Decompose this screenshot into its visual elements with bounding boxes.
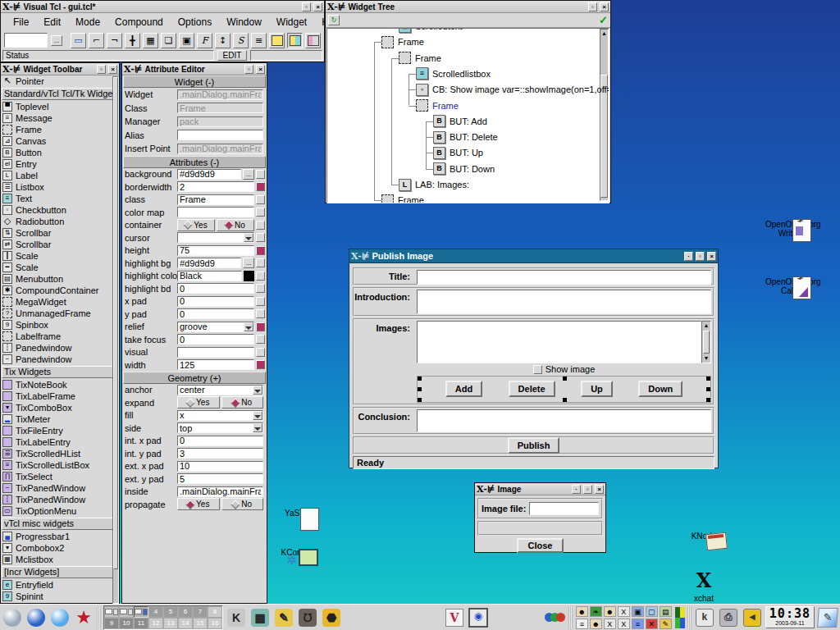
widget-toolbar-item[interactable]: MegaWidget	[1, 296, 119, 308]
panel-handle[interactable]	[568, 606, 573, 629]
chevron-down-icon[interactable]	[253, 411, 262, 420]
color-picker-button[interactable]: ...	[243, 258, 254, 268]
visual-tcl-titlebar[interactable]: X-⊭ Visual Tcl - gui.tcl* ▫ ×	[1, 1, 324, 13]
attribute-flag-checkbox[interactable]	[256, 322, 265, 331]
widget-toolbar-titlebar[interactable]: X-⊭ Widget Toolbar ▫ ×	[1, 63, 119, 75]
widget-tree-scrollbar[interactable]: ▲	[600, 29, 609, 201]
yes-radio-button[interactable]: Yes	[177, 396, 220, 409]
ext-x-pad-input[interactable]	[177, 461, 263, 472]
chevron-down-icon[interactable]	[253, 423, 262, 432]
widget-toolbar-item[interactable]: ✱CompoundContainer	[1, 285, 119, 296]
pager-cell-16[interactable]: 16	[208, 618, 222, 629]
close-button[interactable]: ×	[313, 2, 322, 11]
edit-mode-button[interactable]: EDIT	[217, 50, 247, 61]
widget-toolbar-item[interactable]: ▄Progressbar1	[1, 531, 119, 542]
image-file-input[interactable]	[529, 502, 599, 515]
tree-item[interactable]: ▫CB: Show image var=::showImage(on=1,off…	[416, 82, 609, 97]
selection-handle[interactable]	[706, 377, 710, 381]
widget-toolbar-scrollbar[interactable]	[112, 76, 119, 604]
pager-cell-12[interactable]: 12	[148, 618, 163, 629]
suse-help-icon[interactable]	[51, 609, 69, 627]
images-listbox[interactable]	[417, 321, 701, 363]
widget-toolbar-item[interactable]: BButton	[1, 147, 119, 158]
widget-toolbar-item[interactable]: ≡Message	[1, 112, 119, 124]
tree-item[interactable]: BBUT: Add	[433, 114, 487, 129]
pen-app-icon[interactable]: ✎	[660, 619, 672, 629]
close-button[interactable]: ×	[595, 485, 604, 494]
tree-item[interactable]: Frame	[381, 34, 424, 49]
pager-cell-6[interactable]: 6	[178, 606, 193, 618]
width-input[interactable]	[177, 359, 254, 370]
user-icon[interactable]: ☻	[576, 606, 588, 617]
clock[interactable]: 10:382003-09-11	[765, 606, 815, 628]
attribute-flag-checkbox[interactable]	[256, 360, 265, 369]
widget-toolbar-item[interactable]: ↖Pointer	[1, 75, 119, 87]
tree-item[interactable]: ≡Scrolledlistbox	[416, 66, 491, 81]
widget-group-header[interactable]: [Incr Widgets]	[2, 566, 118, 578]
widget-toolbar-item[interactable]: ◇Radiobutton	[1, 216, 119, 227]
pager-cell-5[interactable]: 5	[163, 606, 178, 618]
konqueror-icon[interactable]	[25, 607, 47, 628]
widget-toolbar-item[interactable]: Labelframe	[1, 331, 119, 342]
minimize-button[interactable]: ·	[572, 485, 581, 494]
selection-handle[interactable]	[563, 377, 567, 381]
borderwidth-input[interactable]	[177, 181, 254, 192]
tree-item[interactable]: LLAB: Images:	[399, 177, 469, 192]
user-icon[interactable]: ☻	[590, 619, 602, 629]
widget-toolbar-item[interactable]: ▾TixComboBox	[1, 402, 119, 413]
resize-icon[interactable]: ↕	[215, 33, 231, 48]
attribute-editor-titlebar[interactable]: X-⊭ Attribute Editor ▫ ×	[122, 63, 267, 75]
eye-taskbar-icon[interactable]: ◉	[468, 607, 489, 628]
x-app-icon[interactable]: X	[618, 606, 630, 617]
tree-item[interactable]: Frame	[381, 193, 424, 203]
bluedoc-icon[interactable]: ≡	[632, 619, 644, 629]
menu-widget[interactable]: Widget	[269, 15, 314, 30]
attribute-flag-checkbox[interactable]	[256, 221, 265, 230]
close-button[interactable]: ×	[108, 65, 117, 74]
title-input[interactable]	[417, 270, 711, 285]
widget-toolbar-item[interactable]: −TixPanedWindow	[1, 482, 119, 494]
up-button[interactable]: Up	[581, 381, 613, 397]
grid-pink-icon[interactable]	[305, 33, 321, 48]
minimize-button[interactable]: ·	[684, 252, 693, 261]
justify-icon[interactable]: ≡	[251, 33, 267, 48]
relief-dropdown[interactable]: groove	[177, 322, 254, 332]
take-focus-input[interactable]	[177, 334, 254, 345]
package-icon[interactable]: ▤	[660, 606, 672, 617]
new-toplevel-icon[interactable]: ▭	[71, 33, 86, 48]
widget-toolbar-item[interactable]: ∏TixSelect	[1, 471, 119, 482]
pager-cell-9[interactable]: 9	[104, 618, 119, 629]
attribute-flag-checkbox[interactable]	[256, 258, 265, 267]
widget-toolbar-item[interactable]: TixLabelFrame	[1, 390, 119, 402]
tree-item[interactable]: BBUT: Delete	[433, 130, 498, 144]
maximize-button[interactable]: ▫	[696, 252, 705, 261]
tree-item[interactable]: Frame	[399, 51, 441, 66]
attribute-flag-checkbox[interactable]	[256, 272, 265, 281]
desktop-icon-kcontrol[interactable]: ✲KControl	[273, 546, 321, 557]
screen-app-icon[interactable]: ▢	[646, 606, 658, 617]
conclusion-input[interactable]	[417, 409, 711, 432]
no-radio-button[interactable]: No	[221, 396, 264, 409]
suse-help-icon[interactable]	[49, 607, 71, 628]
widget-toolbar-item[interactable]: ⊿Canvas	[1, 135, 119, 147]
fill-dropdown[interactable]: x	[177, 410, 263, 421]
refresh-icon[interactable]: ↻	[328, 15, 340, 25]
inside-input[interactable]	[177, 486, 263, 497]
pager-cell-4[interactable]: 4	[148, 606, 163, 618]
chevron-down-icon[interactable]	[253, 386, 262, 395]
chevron-down-icon[interactable]	[244, 233, 253, 242]
pager-cell-7[interactable]: 7	[193, 606, 208, 618]
menu-window[interactable]: Window	[219, 15, 269, 30]
attribute-flag-checkbox[interactable]	[256, 246, 265, 255]
close-button[interactable]: ×	[600, 2, 609, 11]
selection-handle[interactable]	[418, 377, 422, 381]
close-button[interactable]: ×	[707, 252, 716, 261]
Alias-input[interactable]	[177, 130, 263, 140]
attribute-flag-checkbox[interactable]	[256, 208, 265, 217]
maximize-button[interactable]: ▫	[244, 65, 253, 74]
pager-cell-1[interactable]	[104, 606, 119, 618]
leaf-icon[interactable]: ❧	[590, 606, 602, 617]
widget-toolbar-item[interactable]: ▦Mclistbox	[1, 554, 119, 565]
hive-icon[interactable]: ⬣	[321, 607, 342, 628]
widget-toolbar-item[interactable]: LLabel	[1, 170, 119, 181]
